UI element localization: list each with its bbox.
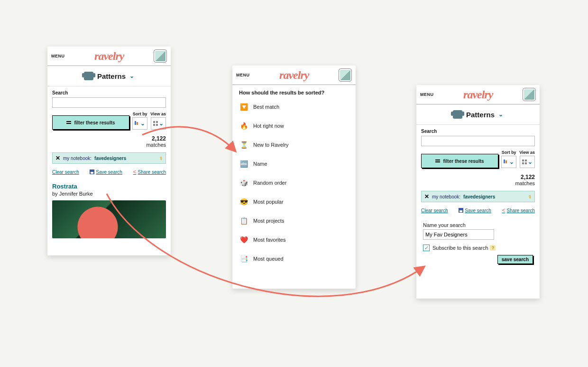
save-search-link[interactable]: Save search — [459, 208, 491, 213]
view-as-dropdown[interactable]: ⌄ — [151, 117, 166, 130]
clear-search-link[interactable]: Clear search — [421, 208, 448, 213]
close-icon[interactable]: ✕ — [55, 155, 60, 161]
save-search-panel: Name your search ✓ Subscribe to this sea… — [416, 216, 540, 257]
page-heading[interactable]: Patterns ⌄ — [47, 66, 171, 86]
filter-chip[interactable]: ✕ my notebook: favedesigners ✎ — [421, 191, 535, 202]
options-row: filter these results Sort by ⌄ View as ⌄ — [47, 112, 171, 132]
topbar: MENU ravelry — [416, 85, 540, 104]
filter-chip[interactable]: ✕ my notebook: favedesigners ✎ — [52, 152, 166, 164]
avatar[interactable] — [339, 68, 352, 82]
phone-card-3: MENU ravelry Patterns ⌄ Search filter th… — [416, 85, 540, 299]
result-thumbnail[interactable] — [52, 200, 166, 238]
page-title: Patterns — [466, 111, 495, 119]
search-links-row: Clear search Save search <Share search — [47, 166, 171, 178]
subscribe-checkbox[interactable]: ✓ — [423, 245, 430, 251]
sort-options-list: 🔽Best match 🔥Hot right now ⏳New to Ravel… — [232, 97, 356, 268]
sort-panel-title: How should the results be sorted? — [232, 85, 356, 97]
search-section: Search — [47, 86, 171, 112]
view-as-label: View as — [519, 150, 535, 155]
help-icon[interactable]: ? — [490, 245, 496, 251]
sort-option-name[interactable]: 🔤Name — [235, 154, 353, 173]
match-label: matches — [515, 180, 535, 186]
sort-option-favorites[interactable]: ❤️Most favorites — [235, 230, 353, 249]
sort-icon: 🔽 — [240, 103, 248, 111]
menu-button[interactable]: MENU — [51, 54, 65, 58]
sort-option-label: Most projects — [253, 218, 284, 224]
avatar[interactable] — [523, 88, 536, 101]
search-name-input[interactable] — [423, 229, 494, 240]
options-row: filter these results Sort by ⌄ View as ⌄ — [416, 150, 540, 171]
search-label: Search — [52, 90, 166, 95]
page-heading[interactable]: Patterns ⌄ — [416, 104, 540, 125]
chevron-down-icon: ⌄ — [140, 120, 145, 127]
sort-option-queued[interactable]: 📑Most queued — [235, 249, 353, 268]
chevron-down-icon: ⌄ — [528, 159, 533, 165]
phone-card-2: MENU ravelry How should the results be s… — [232, 66, 356, 289]
sort-by-dropdown[interactable]: ⌄ — [501, 156, 516, 168]
patterns-icon — [453, 110, 462, 119]
sort-option-best-match[interactable]: 🔽Best match — [235, 97, 353, 116]
clipboard-icon: 📋 — [240, 217, 248, 225]
sort-option-popular[interactable]: 😎Most popular — [235, 192, 353, 211]
brand-logo[interactable]: ravelry — [463, 88, 493, 101]
sort-option-label: Hot right now — [253, 123, 284, 129]
sort-option-label: Most queued — [253, 256, 284, 262]
chip-prefix: my notebook: — [432, 194, 460, 199]
clear-search-link[interactable]: Clear search — [52, 169, 79, 175]
sliders-icon — [66, 120, 71, 125]
view-as-dropdown[interactable]: ⌄ — [520, 156, 535, 168]
grid-icon — [522, 160, 527, 164]
sort-option-projects[interactable]: 📋Most projects — [235, 211, 353, 230]
save-icon — [459, 208, 463, 213]
page-title: Patterns — [97, 72, 126, 80]
brand-logo[interactable]: ravelry — [94, 50, 124, 63]
search-links-row: Clear search Save search <Share search — [416, 204, 540, 216]
save-search-link[interactable]: Save search — [90, 169, 122, 175]
pencil-icon[interactable]: ✎ — [157, 155, 164, 161]
menu-button[interactable]: MENU — [236, 73, 250, 77]
sort-by-label: Sort by — [133, 112, 147, 116]
patterns-icon — [84, 72, 93, 80]
share-icon: < — [133, 169, 136, 175]
sort-by-dropdown[interactable]: ⌄ — [132, 117, 147, 130]
avatar[interactable] — [154, 49, 167, 63]
sort-by-column: Sort by ⌄ — [501, 150, 516, 168]
brand-logo[interactable]: ravelry — [279, 69, 309, 82]
result-item[interactable]: Rostrata by Jennifer Burke — [47, 178, 171, 243]
filter-results-button[interactable]: filter these results — [52, 115, 129, 130]
share-search-link[interactable]: <Share search — [502, 207, 535, 214]
filter-button-label: filter these results — [443, 159, 484, 164]
sort-option-label: Most popular — [253, 199, 284, 205]
sort-icon — [504, 160, 508, 164]
view-as-label: View as — [150, 112, 166, 116]
topbar: MENU ravelry — [232, 66, 356, 85]
alpha-icon: 🔤 — [240, 160, 248, 168]
sort-option-random[interactable]: 🎲Random order — [235, 173, 353, 192]
chevron-down-icon: ⌄ — [129, 73, 134, 79]
sort-option-label: New to Ravelry — [253, 142, 289, 148]
topbar: MENU ravelry — [47, 47, 171, 66]
flame-icon: 🔥 — [240, 122, 248, 130]
match-label: matches — [146, 142, 166, 148]
heart-icon: ❤️ — [240, 236, 248, 244]
sort-by-column: Sort by ⌄ — [132, 112, 147, 130]
search-section: Search — [416, 125, 540, 150]
search-input[interactable] — [52, 97, 166, 108]
result-title[interactable]: Rostrata — [52, 183, 166, 190]
sort-option-label: Best match — [253, 104, 279, 110]
chevron-down-icon: ⌄ — [509, 159, 514, 165]
close-icon[interactable]: ✕ — [424, 193, 429, 200]
sort-option-new[interactable]: ⏳New to Ravelry — [235, 135, 353, 154]
hourglass-icon: ⏳ — [240, 141, 248, 149]
name-search-label: Name your search — [423, 222, 533, 228]
save-search-button[interactable]: save search — [497, 255, 533, 264]
sort-icon — [135, 121, 139, 126]
sort-option-hot[interactable]: 🔥Hot right now — [235, 116, 353, 135]
filter-results-button[interactable]: filter these results — [421, 154, 498, 168]
pencil-icon[interactable]: ✎ — [526, 193, 533, 200]
share-search-link[interactable]: <Share search — [133, 169, 166, 175]
match-count: 2,122 matches — [416, 171, 540, 189]
match-number: 2,122 — [521, 174, 535, 180]
search-input[interactable] — [421, 136, 535, 146]
menu-button[interactable]: MENU — [420, 92, 434, 97]
